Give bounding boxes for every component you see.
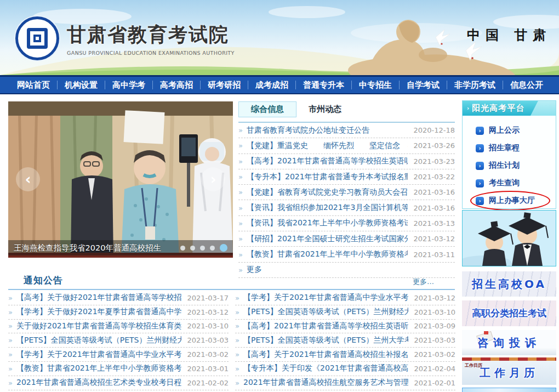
nav-item[interactable]: 网站首页 [10, 81, 58, 89]
carousel-caption[interactable]: 王海燕检查指导我省2020年普通高校招生 [14, 243, 180, 253]
carousel-dot[interactable] [210, 246, 215, 251]
nav-item[interactable]: 中专招生 [352, 81, 400, 89]
news-panel: 综合信息市州动态 » 甘肃省教育考试院办公地址变迁公告 2020-12-18 »… [238, 100, 455, 278]
notice-item[interactable]: » 关于做好2021年甘肃省普通高等学校招生体育类专业统 2021-03-10 [8, 320, 229, 334]
panel-link-label[interactable]: 网上办事大厅 [489, 196, 535, 206]
carousel-dot[interactable] [200, 246, 205, 251]
news-item[interactable]: » 【党建】重温党史 缅怀先烈 坚定信念 砥砺前 2021-03-26 [238, 138, 455, 154]
arrow-square-icon: › [476, 162, 484, 170]
nav-item[interactable]: 高中学考 [105, 81, 153, 89]
news-tab[interactable]: 市州动态 [296, 102, 353, 117]
news-item[interactable]: » 【教资】甘肃省2021年上半年中小学教师资格考试(笔 2021-03-11 [238, 247, 455, 262]
panel-link-label[interactable]: 网上公示 [489, 126, 520, 135]
notice-item[interactable]: » 【PETS】全国英语等级考试（PETS）兰州财经大学考点入 2021-03-… [235, 305, 455, 320]
panel-link[interactable]: › 考生查询 [476, 174, 556, 192]
carousel-dot[interactable] [190, 246, 195, 251]
news-item[interactable]: » 【资讯】我省组织参加2021年3月全国计算机等级考试 2021-03-16 [238, 200, 455, 215]
news-item[interactable]: » 【专升本】2021年甘肃省普通专升本考试报名重 要 2021-03-22 [238, 169, 455, 185]
site-title-block: 甘肃省教育考试院 GANSU PROVINCIAL EDUCATION EXAM… [67, 22, 235, 56]
news-item-title[interactable]: 【资讯】我省2021年上半年中小学教师资格考试（笔试 [247, 218, 408, 228]
banner-oa[interactable]: 招生高校OA [462, 271, 556, 297]
news-item-title[interactable]: 【党建】重温党史 缅怀先烈 坚定信念 砥砺前 [247, 141, 408, 151]
notice-item-title[interactable]: 【学考】关于2021年甘肃省普通高中学业水平考试信息 [243, 293, 408, 303]
notice-item-title[interactable]: 【专升本】关于印发《2021年甘肃省普通高校高职（专科 [243, 363, 408, 373]
notice-item-title[interactable]: 关于做好2021年甘肃省普通高等学校招生体育类专业统 [16, 321, 181, 331]
double-arrow-icon: » [8, 350, 13, 359]
double-arrow-icon: » [8, 294, 13, 302]
nav-item[interactable]: 自学考试 [400, 81, 447, 89]
notice-item[interactable]: » 【学考】关于2021年甘肃省普通高中学业水平考试科目 2021-03-02 [8, 348, 229, 362]
news-item[interactable]: » 【研招】2021年全国硕士研究生招生考试国家分数线 2021-03-12 [238, 231, 455, 247]
carousel-prev-button[interactable]: ‹ [16, 167, 40, 191]
notice-item[interactable]: » 【PETS】全国英语等级考试（PETS）兰州大学考点入校须 2021-03-… [235, 333, 455, 348]
nav-item[interactable]: 高考高招 [153, 81, 201, 89]
notice-item-title[interactable]: 【高考】关于2021年甘肃省普通高校招生补报名工作的 [243, 350, 408, 360]
panel-link[interactable]: › 招生计划 [476, 157, 556, 174]
notice-item-title[interactable]: 【PETS】全国英语等级考试（PETS）兰州大学考点入校须 [243, 336, 408, 345]
notice-item-title[interactable]: 【高考】2021年甘肃省普通高等学校招生英语听力测试 [243, 321, 408, 331]
banner-work-calendar[interactable]: 工作日历 工作月历 [462, 357, 556, 385]
nav-item[interactable]: 成考成招 [248, 81, 296, 89]
notice-item[interactable]: » 【教资】甘肃省2021年上半年中小学教师资格考试（笔试 2021-03-01 [8, 362, 229, 376]
notice-item[interactable]: » 【高考】2021年甘肃省普通高等学校招生英语听力测试 2021-03-09 [235, 320, 455, 334]
carousel-next-button[interactable]: › [201, 167, 225, 191]
panel-link-label[interactable]: 招生章程 [489, 143, 520, 153]
site-logo [15, 16, 59, 60]
notice-item-date: 2021-02-01 [414, 379, 455, 387]
panel-link[interactable]: › 招生章程 [476, 139, 556, 157]
sidebar: › 阳光高考平台 › 网上公示 › 招生章程 › [462, 100, 556, 392]
notice-item-title[interactable]: 【高考】关于做好2021年甘肃省普通高等学校招生体检 [16, 293, 181, 303]
notice-item-date: 2021-02-04 [414, 365, 455, 373]
news-tab[interactable]: 综合信息 [238, 101, 296, 117]
notices-more-link[interactable]: 更多… [413, 277, 434, 287]
news-carousel[interactable]: ‹ › 王海燕检查指导我省2020年普通高校招生 [8, 101, 233, 258]
nav-item[interactable]: 非学历考试 [447, 81, 503, 89]
panel-link[interactable]: › 网上办事大厅 [476, 192, 556, 209]
notice-item-title[interactable]: 2021年甘肃省普通高校招生航空服务艺术与管理专业统 [243, 378, 408, 388]
notice-item[interactable]: » 2021年甘肃省普通高校招生航空服务艺术与管理专业统 2021-02-01 [235, 376, 455, 390]
notice-item[interactable]: » 2021年甘肃省普通高校招生艺术类专业校考日程安排表 2021-02-02 [8, 376, 229, 390]
news-item[interactable]: » 【高考】2021年甘肃省普通高等学校招生英语听力测 2021-03-23 [238, 154, 455, 169]
notice-item-date: 2021-02-02 [187, 379, 229, 387]
nav-item[interactable]: 研考研招 [201, 81, 248, 89]
notice-item[interactable]: » 【学考】关于2021年甘肃省普通高中学业水平考试信息 2021-03-12 [235, 291, 455, 305]
double-arrow-icon: » [235, 322, 239, 330]
notice-item[interactable]: » 【专升本】关于印发《2021年甘肃省普通高校高职（专科 2021-02-04 [235, 362, 455, 376]
news-item-title[interactable]: 【教资】甘肃省2021年上半年中小学教师资格考试(笔 [247, 249, 408, 259]
notice-item[interactable]: » 【PETS】全国英语等级考试（PETS）兰州财经大学考点入 2021-03-… [8, 333, 229, 348]
news-item-title[interactable]: 【党建】省教育考试院党史学习教育动员大会召开 [247, 188, 408, 197]
notice-item-title[interactable]: 【学考】关于2021年甘肃省普通高中学业水平考试科目 [16, 350, 181, 360]
notice-item[interactable]: » 【学考】关于做好2021年夏季甘肃省普通高中学业水平 2021-03-12 [8, 305, 229, 320]
news-item-title[interactable]: 【专升本】2021年甘肃省普通专升本考试报名重 要 [247, 172, 408, 182]
news-item-title[interactable]: 【研招】2021年全国硕士研究生招生考试国家分数线 [247, 234, 408, 244]
carousel-dot[interactable] [180, 246, 185, 251]
notice-item-title[interactable]: 【PETS】全国英语等级考试（PETS）兰州财经大学考点入 [16, 336, 181, 345]
notice-item[interactable]: » 【高考】关于2021年甘肃省普通高校招生补报名工作的 2021-03-02 [235, 348, 455, 362]
notice-item-title[interactable]: 【PETS】全国英语等级考试（PETS）兰州财经大学考点入 [243, 307, 408, 317]
notice-item-title[interactable]: 【教资】甘肃省2021年上半年中小学教师资格考试（笔试 [16, 363, 181, 373]
arrow-square-icon: › [476, 127, 484, 135]
nav-item[interactable]: 普通专升本 [296, 81, 352, 89]
news-item-date: 2021-03-16 [413, 188, 455, 196]
news-item-date: 2021-03-13 [413, 219, 455, 228]
nav-item[interactable]: 机构设置 [58, 81, 105, 89]
news-item-title[interactable]: 甘肃省教育考试院办公地址变迁公告 [247, 126, 408, 135]
news-item-title[interactable]: 【资讯】我省组织参加2021年3月全国计算机等级考试 [247, 203, 408, 213]
banner-partial[interactable] [462, 388, 556, 392]
banner-vocational-exam[interactable]: 高职分类招生考试 [462, 300, 556, 326]
panel-link-label[interactable]: 招生计划 [489, 161, 520, 171]
carousel-dot[interactable] [220, 244, 227, 252]
graduates-image[interactable] [462, 210, 556, 266]
panel-link-label[interactable]: 考生查询 [489, 178, 520, 188]
news-item[interactable]: » 【资讯】我省2021年上半年中小学教师资格考试（笔试 2021-03-13 [238, 216, 455, 231]
news-item[interactable]: » 【党建】省教育考试院党史学习教育动员大会召开 2021-03-16 [238, 185, 455, 200]
double-arrow-icon: » [238, 188, 243, 196]
nav-item[interactable]: 信息公开 [503, 81, 550, 89]
panel-link[interactable]: › 网上公示 [476, 122, 556, 139]
news-item[interactable]: » 甘肃省教育考试院办公地址变迁公告 2020-12-18 [238, 123, 455, 138]
notice-item-title[interactable]: 【学考】关于做好2021年夏季甘肃省普通高中学业水平 [16, 307, 181, 317]
notice-item-title[interactable]: 2021年甘肃省普通高校招生艺术类专业校考日程安排表 [16, 378, 181, 388]
news-item-title[interactable]: 【高考】2021年甘肃省普通高等学校招生英语听力测 [247, 156, 408, 166]
banner-consult-complaint[interactable]: 咨询投诉 [462, 330, 556, 355]
notice-item[interactable]: » 【高考】关于做好2021年甘肃省普通高等学校招生体检 2021-03-17 [8, 291, 229, 305]
